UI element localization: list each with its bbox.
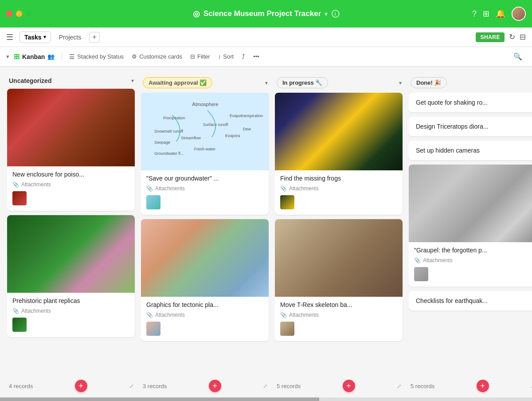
card-meta: 📎 Attachments bbox=[146, 312, 263, 318]
kanban-board: Uncategorized ▾ New enclosure for poiso.… bbox=[0, 67, 532, 401]
svg-text:Atmosphere: Atmosphere bbox=[192, 102, 218, 107]
card-hidden-cameras[interactable]: Set up hidden cameras bbox=[409, 141, 532, 160]
app-title-text: Science Museum Project Tracker bbox=[203, 9, 321, 18]
column-inprogress: In progress 🔧 ▾ Find the missing frogs 📎… bbox=[275, 74, 403, 394]
menu-icon[interactable]: ☰ bbox=[6, 32, 13, 42]
card-body: Prehistoric plant replicas 📎 Attachments bbox=[7, 293, 135, 337]
minimize-button[interactable] bbox=[16, 11, 22, 17]
kanban-view-selector[interactable]: ⊞ Kanban 👥 bbox=[10, 51, 58, 63]
ellipsis-icon: ••• bbox=[253, 53, 259, 60]
close-button[interactable] bbox=[6, 11, 12, 17]
stacked-by-label: Stacked by Status bbox=[77, 53, 124, 60]
sort-button[interactable]: ↕ Sort bbox=[215, 51, 237, 62]
share-button[interactable]: SHARE bbox=[476, 32, 505, 42]
tasks-dropdown-icon: ▾ bbox=[43, 34, 46, 40]
card-quote-shaking[interactable]: Get quote for shaking ro... bbox=[409, 93, 532, 112]
attachment-icon: 📎 bbox=[280, 312, 287, 318]
column-title-text: In progress 🔧 bbox=[282, 79, 322, 86]
attachment-icon: 📎 bbox=[280, 185, 287, 192]
add-record-button[interactable]: + bbox=[343, 380, 355, 392]
column-uncategorized: Uncategorized ▾ New enclosure for poiso.… bbox=[7, 74, 136, 394]
attachment-icon: 📎 bbox=[12, 181, 19, 188]
card-body: "Save our groundwater" ... 📎 Attachments bbox=[141, 170, 269, 215]
records-count: 5 records bbox=[277, 383, 301, 389]
card-graupel[interactable]: "Graupel: the forgotten p... 📎 Attachmen… bbox=[409, 165, 532, 287]
filter-button[interactable]: ⊟ Filter bbox=[187, 51, 214, 62]
refresh-icon[interactable]: ↻ bbox=[509, 32, 515, 42]
card-image bbox=[7, 215, 135, 293]
card-meta: 📎 Attachments bbox=[146, 185, 263, 192]
column-header-done: Done! 🎉 ▾ bbox=[409, 74, 532, 93]
card-image bbox=[7, 89, 135, 166]
projects-button[interactable]: Projects bbox=[55, 32, 86, 43]
column-footer-uncategorized: 4 records + ⤢ bbox=[7, 375, 136, 394]
svg-text:Evapotranspiration: Evapotranspiration bbox=[230, 114, 263, 118]
water-cycle-svg: Atmosphere Precipitation Evapotranspirat… bbox=[141, 93, 269, 170]
card-prehistoric-plants[interactable]: Prehistoric plant replicas 📎 Attachments bbox=[7, 215, 135, 337]
card-thumbnail bbox=[280, 322, 294, 336]
view-expand-icon[interactable]: ▾ bbox=[6, 53, 9, 60]
card-groundwater[interactable]: Atmosphere Precipitation Evapotranspirat… bbox=[141, 93, 269, 215]
more-options-button[interactable]: ••• bbox=[250, 51, 263, 62]
card-trex[interactable]: Move T-Rex skeleton ba... 📎 Attachments bbox=[275, 219, 403, 341]
avatar[interactable] bbox=[512, 7, 526, 21]
attachments-label: Attachments bbox=[289, 312, 319, 318]
card-triceratops[interactable]: Design Triceratops diora... bbox=[409, 117, 532, 136]
add-record-button[interactable]: + bbox=[209, 380, 221, 392]
info-icon[interactable]: i bbox=[331, 10, 339, 18]
add-view-button[interactable]: ＋ bbox=[89, 32, 100, 43]
cards-list-done: Get quote for shaking ro... Design Trice… bbox=[409, 93, 532, 375]
stacked-by-button[interactable]: ☰ Stacked by Status bbox=[66, 51, 127, 62]
card-new-enclosure[interactable]: New enclosure for poiso... 📎 Attachments bbox=[7, 89, 135, 211]
team-icon[interactable]: ⊟ bbox=[520, 32, 526, 42]
card-image: Atmosphere Precipitation Evapotranspirat… bbox=[141, 93, 269, 170]
column-collapse-icon[interactable]: ▾ bbox=[265, 80, 268, 86]
dropdown-arrow-icon[interactable]: ▾ bbox=[325, 11, 328, 17]
svg-text:Streamflow: Streamflow bbox=[181, 136, 201, 140]
search-button[interactable]: 🔍 bbox=[510, 51, 526, 63]
column-header-awaiting: Awaiting approval ✅ ▾ bbox=[141, 74, 270, 93]
card-title: Graphics for tectonic pla... bbox=[146, 301, 263, 308]
card-title: Checklists for earthquak... bbox=[416, 297, 529, 304]
column-title-badge: Done! 🎉 bbox=[411, 77, 447, 88]
card-image bbox=[275, 219, 403, 297]
kanban-icon: ⊞ bbox=[14, 52, 20, 61]
help-icon[interactable]: ? bbox=[472, 9, 477, 19]
filter-label: Filter bbox=[197, 53, 210, 60]
horizontal-scrollbar[interactable] bbox=[0, 397, 532, 401]
card-missing-frogs[interactable]: Find the missing frogs 📎 Attachments bbox=[275, 93, 403, 215]
card-image bbox=[141, 219, 269, 297]
app-title: ◎ Science Museum Project Tracker ▾ i bbox=[193, 9, 340, 19]
column-title-text: Done! 🎉 bbox=[416, 79, 441, 86]
title-bar: ◎ Science Museum Project Tracker ▾ i ? ⊞… bbox=[0, 0, 532, 28]
card-meta: 📎 Attachments bbox=[414, 257, 531, 263]
tasks-button[interactable]: Tasks ▾ bbox=[20, 31, 51, 43]
grid-icon[interactable]: ⊞ bbox=[483, 9, 489, 19]
title-right-actions: ? ⊞ 🔔 bbox=[472, 7, 526, 21]
sort-icon: ↕ bbox=[218, 53, 221, 60]
customize-label: Customize cards bbox=[139, 53, 182, 60]
column-title-badge: In progress 🔧 bbox=[277, 77, 328, 88]
export-button[interactable]: ⤴ bbox=[238, 51, 249, 62]
card-thumbnail bbox=[146, 195, 160, 209]
expand-icon[interactable]: ⤢ bbox=[397, 383, 402, 389]
card-body: "Graupel: the forgotten p... 📎 Attachmen… bbox=[409, 242, 532, 287]
svg-text:Evapora: Evapora bbox=[225, 134, 240, 138]
records-count: 5 records bbox=[411, 383, 434, 389]
card-tectonic[interactable]: Graphics for tectonic pla... 📎 Attachmen… bbox=[141, 219, 269, 341]
card-earthquake-checklists[interactable]: Checklists for earthquak... bbox=[409, 291, 532, 311]
column-title-text: Awaiting approval ✅ bbox=[149, 79, 207, 86]
customize-cards-button[interactable]: ⚙ Customize cards bbox=[128, 51, 186, 62]
column-collapse-icon[interactable]: ▾ bbox=[131, 78, 134, 84]
bell-icon[interactable]: 🔔 bbox=[496, 9, 505, 19]
expand-icon[interactable]: ⤢ bbox=[263, 383, 268, 389]
avatar-image bbox=[512, 8, 525, 20]
card-title: "Graupel: the forgotten p... bbox=[414, 247, 531, 254]
column-collapse-icon[interactable]: ▾ bbox=[399, 80, 402, 86]
maximize-button[interactable] bbox=[26, 11, 32, 17]
expand-icon[interactable]: ⤢ bbox=[129, 383, 134, 389]
card-thumbnail bbox=[414, 267, 428, 281]
card-meta: 📎 Attachments bbox=[12, 181, 129, 188]
add-record-button[interactable]: + bbox=[75, 380, 87, 392]
add-record-button[interactable]: + bbox=[477, 380, 489, 392]
